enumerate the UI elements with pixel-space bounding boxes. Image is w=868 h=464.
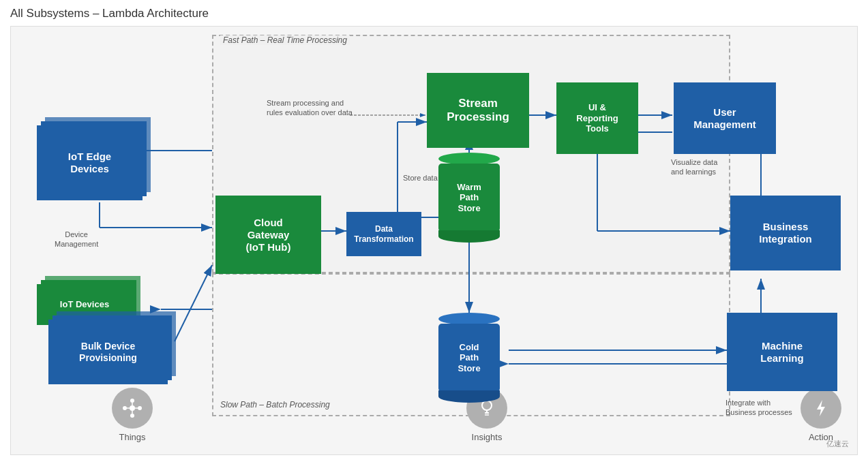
- stream-processing-annotation: Stream processing and rules evaluation o…: [267, 98, 353, 118]
- diagram-area: Fast Path – Real Time Processing Slow Pa…: [10, 26, 858, 455]
- things-svg-icon: [121, 397, 144, 420]
- cold-cylinder-body: Cold Path Store: [438, 324, 500, 392]
- cylinder-bottom: [438, 230, 500, 243]
- business-integration-box: Business Integration: [730, 196, 841, 270]
- fast-path-label: Fast Path – Real Time Processing: [220, 35, 350, 45]
- store-data-annotation: Store data: [403, 173, 438, 183]
- ui-reporting-box: UI & Reporting Tools: [556, 82, 638, 154]
- watermark: 亿速云: [826, 439, 849, 449]
- cylinder-body: Warm Path Store: [438, 164, 500, 232]
- stream-processing-box: Stream Processing: [427, 73, 529, 148]
- integrate-annotation: Integrate with Business processes: [725, 398, 792, 418]
- warm-path-cylinder: Warm Path Store: [438, 151, 500, 244]
- action-icon: [800, 388, 841, 429]
- cloud-gateway-box: Cloud Gateway (IoT Hub): [215, 196, 321, 274]
- action-icon-group: Action: [800, 388, 841, 442]
- device-management-annotation: Device Management: [55, 230, 98, 249]
- things-icon: [112, 388, 153, 429]
- svg-marker-38: [817, 400, 825, 416]
- insights-label: Insights: [472, 432, 503, 442]
- slow-path-label: Slow Path – Batch Processing: [220, 400, 330, 409]
- action-svg-icon: [809, 397, 833, 420]
- visualize-annotation: Visualize data and learnings: [671, 157, 717, 177]
- svg-point-28: [130, 414, 134, 418]
- svg-line-4: [175, 265, 212, 341]
- svg-point-27: [138, 406, 142, 410]
- machine-learning-box: Machine Learning: [727, 313, 837, 391]
- cold-cylinder-bottom: [438, 390, 500, 403]
- page-title: All Subsystems – Lambda Architecture: [10, 7, 858, 20]
- user-management-box: User Management: [674, 82, 776, 154]
- svg-point-29: [123, 406, 127, 410]
- things-icon-group: Things: [112, 388, 153, 442]
- things-label: Things: [119, 432, 145, 442]
- svg-point-26: [130, 399, 134, 403]
- bulk-device-box: Bulk Device Provisioning: [48, 320, 168, 384]
- data-transformation-box: Data Transformation: [346, 212, 421, 256]
- svg-point-25: [130, 405, 135, 411]
- iot-edge-devices-box: IoT Edge Devices: [37, 125, 143, 200]
- cold-path-cylinder: Cold Path Store: [438, 311, 500, 404]
- page-container: All Subsystems – Lambda Architecture Fas…: [0, 0, 868, 464]
